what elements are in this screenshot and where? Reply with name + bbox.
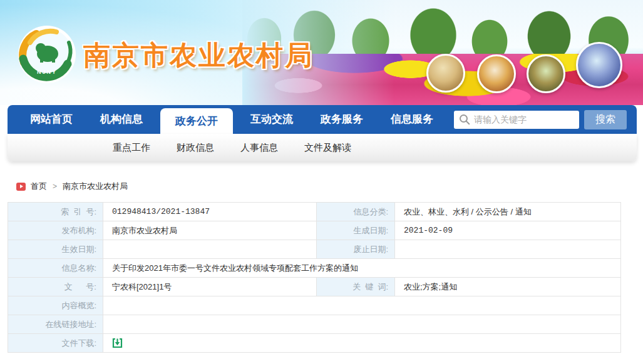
table-row: 生效日期: 废止日期: [8,240,621,259]
table-row: 文件下载: [8,334,621,353]
search-button[interactable]: 搜索 [584,110,627,129]
subnav-item-key-work[interactable]: 重点工作 [113,142,150,154]
field-category-value: 农业、林业、水利 / 公示公告 / 通知 [395,203,621,221]
field-online-link-label: 在线链接地址: [8,315,103,334]
field-repeal-date-value [395,240,621,259]
breadcrumb-separator: > [53,182,57,191]
table-row: 发布机构: 南京市农业农村局 生成日期: 2021-02-09 [8,221,621,240]
field-doc-no-value: 宁农科[2021]1号 [103,278,317,296]
nav-item-gov-disclosure[interactable]: 政务公开 [160,108,233,134]
field-publisher-value: 南京市农业农村局 [103,221,317,240]
field-keywords-label: 关 键 词: [317,278,395,296]
search-input[interactable] [454,111,579,129]
table-row: 文 号: 宁农科[2021]1号 关 键 词: 农业;方案;通知 [8,278,621,296]
table-row: 索 引 号: 012948413/2021-13847 信息分类: 农业、林业、… [8,203,621,221]
breadcrumb-current[interactable]: 南京市农业农村局 [63,181,128,192]
site-title: 南京市农业农村局 [83,38,314,74]
download-icon[interactable] [112,338,123,348]
field-effective-date-value [103,240,317,259]
table-row: 内容概览: [8,296,621,315]
field-repeal-date-label: 废止日期: [317,240,395,259]
field-created-date-label: 生成日期: [317,221,395,240]
crab-photo-badge [527,54,565,93]
field-publisher-label: 发布机构: [8,221,103,240]
sub-nav: 重点工作 财政信息 人事信息 文件及解读 [8,134,637,161]
field-index-no-value: 012948413/2021-13847 [103,203,317,221]
table-row: 在线链接地址: [8,315,621,334]
field-category-label: 信息分类: [317,203,395,221]
nav-item-info-services[interactable]: 信息服务 [381,105,443,134]
field-online-link-value [103,315,621,334]
breadcrumb: 首页 > 南京市农业农村局 [16,181,128,192]
field-doc-no-label: 文 号: [8,278,103,296]
bureau-logo[interactable]: NJNY [18,25,76,84]
subnav-item-documents[interactable]: 文件及解读 [304,142,351,154]
site-banner: NJNY 南京市农业农村局 [0,0,643,105]
breadcrumb-home-link[interactable]: 首页 [31,181,47,192]
field-info-name-label: 信息名称: [8,259,103,278]
field-effective-date-label: 生效日期: [8,240,103,259]
field-summary-value [103,296,621,315]
document-metadata-table: 索 引 号: 012948413/2021-13847 信息分类: 农业、林业、… [8,202,621,353]
breadcrumb-play-icon [16,183,26,191]
grain-basket-photo-badge [426,54,465,93]
subnav-item-personnel-info[interactable]: 人事信息 [240,142,278,154]
field-info-name-value: 关于印发2021年市委一号文件农业农村领域专项配套工作方案的通知 [103,259,621,278]
main-nav: 网站首页 机构信息 政务公开 互动交流 政务服务 信息服务 搜索 [8,105,637,134]
nav-item-gov-services[interactable]: 政务服务 [311,105,373,134]
blueberry-photo-badge [576,42,622,88]
field-created-date-value: 2021-02-09 [395,221,621,240]
roast-duck-photo-badge [477,54,516,93]
field-summary-label: 内容概览: [8,296,103,315]
nav-item-interaction[interactable]: 互动交流 [240,105,303,134]
field-keywords-value: 农业;方案;通知 [395,278,621,296]
subnav-item-fiscal-info[interactable]: 财政信息 [177,142,214,154]
search-box: 搜索 [454,110,637,129]
nav-item-home[interactable]: 网站首页 [20,105,83,134]
field-download-label: 文件下载: [8,334,103,353]
table-row: 信息名称: 关于印发2021年市委一号文件农业农村领域专项配套工作方案的通知 [8,259,621,278]
logo-text: NJNY [37,69,57,75]
search-icon [459,114,470,125]
nav-item-org-info[interactable]: 机构信息 [90,105,153,134]
field-index-no-label: 索 引 号: [8,203,103,221]
